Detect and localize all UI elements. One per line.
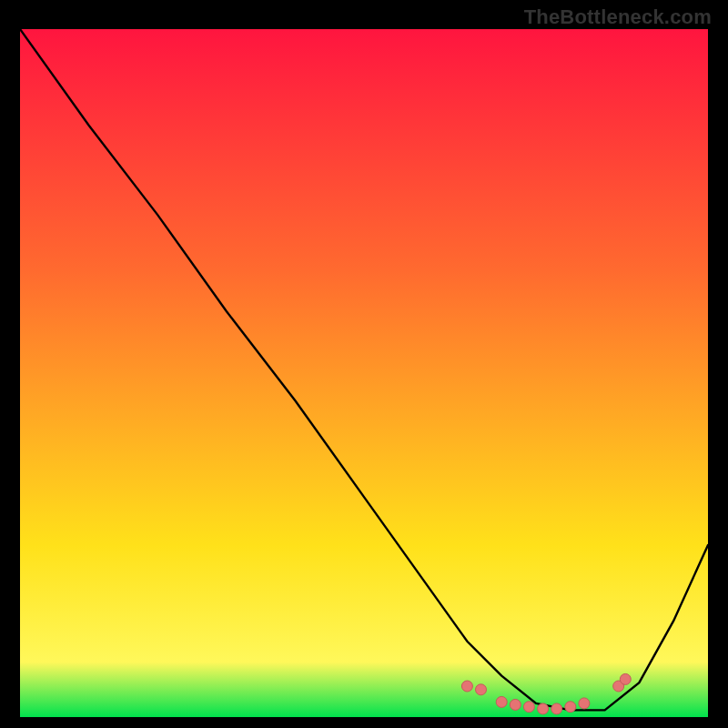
chart-frame: TheBottleneck.com xyxy=(0,0,728,728)
marker-dot xyxy=(565,702,576,713)
marker-dot xyxy=(496,696,507,707)
marker-dot xyxy=(579,698,590,709)
marker-dot xyxy=(461,681,472,692)
watermark-text: TheBottleneck.com xyxy=(524,5,712,29)
marker-dot xyxy=(620,673,631,684)
marker-dot xyxy=(538,703,549,714)
marker-dot xyxy=(523,702,534,713)
marker-dot xyxy=(551,703,562,714)
chart-svg xyxy=(20,29,708,717)
gradient-background xyxy=(20,29,708,717)
marker-dot xyxy=(510,699,521,710)
plot-area xyxy=(20,29,708,717)
marker-dot xyxy=(476,684,487,695)
